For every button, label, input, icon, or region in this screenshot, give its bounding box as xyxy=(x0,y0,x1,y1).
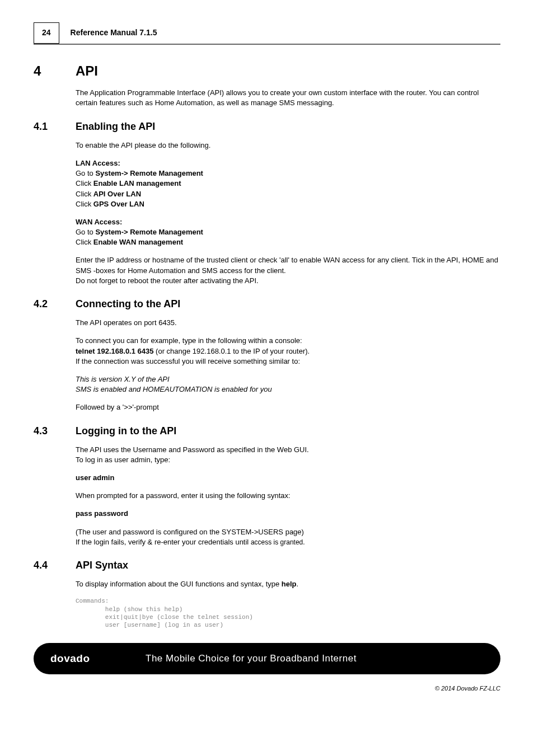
subsection-number: 4.2 xyxy=(34,297,76,311)
section-number: 4 xyxy=(34,62,76,81)
section-4-content: The Application Programmable Interface (… xyxy=(76,88,500,108)
wan-l2-bold: System-> Remote Management xyxy=(95,228,203,236)
svg-text:dovado: dovado xyxy=(50,652,90,664)
wan-l3-bold: Enable WAN management xyxy=(93,238,183,246)
p-enter-ip: Enter the IP address or hostname of the … xyxy=(76,255,500,275)
login-note-block: (The user and password is configured on … xyxy=(76,527,500,547)
section-title: API xyxy=(76,62,98,81)
p-reboot-reminder: Do not forget to reboot the router after… xyxy=(76,276,500,286)
lan-line-3: Click Enable LAN management xyxy=(76,179,500,189)
subsection-title: Enabling the API xyxy=(76,120,155,134)
lan-l2-pre: Go to xyxy=(76,169,95,177)
subsection-number: 4.4 xyxy=(34,558,76,572)
lan-l5-bold: GPS Over LAN xyxy=(93,200,144,208)
commands-code-block: Commands: help (show this help) exit|qui… xyxy=(76,597,500,629)
section-4-1-heading: 4.1 Enabling the API xyxy=(34,120,500,134)
lan-access-label: LAN Access: xyxy=(76,158,500,168)
p-login-fail: If the login fails, verify & re-enter yo… xyxy=(76,537,500,547)
section-4-3-content: The API uses the Username and Password a… xyxy=(76,445,500,547)
section-4-intro: The Application Programmable Interface (… xyxy=(76,88,500,108)
p-user-pass-note: (The user and password is configured on … xyxy=(76,527,500,537)
wan-l2-pre: Go to xyxy=(76,228,95,236)
connect-example-line2: telnet 192.168.0.1 6435 (or change 192.1… xyxy=(76,346,500,356)
subsection-number: 4.1 xyxy=(34,120,76,134)
p-followed-prompt: Followed by a '>>'-prompt xyxy=(76,402,500,412)
p-login-fail-pre: If the login fails, verify & re-enter yo… xyxy=(76,538,251,546)
subsection-number: 4.3 xyxy=(34,424,76,438)
page-header: 24 Reference Manual 7.1.5 xyxy=(34,22,500,45)
lan-l2-bold: System-> Remote Management xyxy=(95,169,203,177)
telnet-cmd: telnet 192.168.0.1 6435 xyxy=(76,347,154,355)
telnet-cmd-post: (or change 192.168.0.1 to the IP of your… xyxy=(154,347,310,355)
section-4-3-heading: 4.3 Logging in to the API xyxy=(34,424,500,438)
connect-example-line3: If the connection was successful you wil… xyxy=(76,356,500,367)
wan-line-2: Go to System-> Remote Management xyxy=(76,227,500,237)
wan-l3-pre: Click xyxy=(76,238,93,246)
api-response-block: This is version X.Y of the API SMS is en… xyxy=(76,374,500,395)
api-response-line2: SMS is enabled and HOMEAUTOMATION is ena… xyxy=(76,384,500,395)
page-number-box: 24 xyxy=(34,22,59,44)
lan-line-2: Go to System-> Remote Management xyxy=(76,168,500,179)
p-api-port: The API operates on port 6435. xyxy=(76,318,500,328)
dovado-logo: dovado xyxy=(50,651,134,665)
help-pre: To display information about the GUI fun… xyxy=(76,580,282,588)
p-password-prompt: When prompted for a password, enter it u… xyxy=(76,491,500,501)
lan-l3-bold: Enable LAN management xyxy=(93,179,181,187)
wan-access-block: WAN Access: Go to System-> Remote Manage… xyxy=(76,217,500,248)
lan-line-4: Click API Over LAN xyxy=(76,189,500,199)
page-number: 24 xyxy=(42,28,51,37)
help-bold: help xyxy=(282,580,297,588)
section-4-heading: 4 API xyxy=(34,62,500,81)
lan-line-5: Click GPS Over LAN xyxy=(76,199,500,209)
copyright: © 2014 Dovado FZ-LLC xyxy=(34,684,500,693)
section-4-4-heading: 4.4 API Syntax xyxy=(34,558,500,572)
login-intro-block: The API uses the Username and Password a… xyxy=(76,445,500,465)
lan-l4-bold: API Over LAN xyxy=(93,190,141,198)
lan-l4-pre: Click xyxy=(76,190,93,198)
p-api-login-intro: The API uses the Username and Password a… xyxy=(76,445,500,455)
p-login-fail-small: access is granted. xyxy=(251,538,305,546)
p-help-info: To display information about the GUI fun… xyxy=(76,579,500,589)
lan-l5-pre: Click xyxy=(76,200,93,208)
api-response-line1: This is version X.Y of the API xyxy=(76,374,500,384)
subsection-title: Connecting to the API xyxy=(76,297,180,311)
section-4-1-content: To enable the API please do the followin… xyxy=(76,140,500,286)
cmd-pass-password: pass password xyxy=(76,509,500,519)
section-4-2-content: The API operates on port 6435. To connec… xyxy=(76,318,500,412)
help-post: . xyxy=(297,580,299,588)
wan-line-3: Click Enable WAN management xyxy=(76,237,500,247)
cmd-user-admin: user admin xyxy=(76,473,500,483)
footer-slogan: The Mobile Choice for your Broadband Int… xyxy=(146,652,357,665)
p-enable-api: To enable the API please do the followin… xyxy=(76,140,500,151)
section-4-2-heading: 4.2 Connecting to the API xyxy=(34,297,500,311)
wan-access-label: WAN Access: xyxy=(76,217,500,227)
subsection-title: API Syntax xyxy=(76,558,128,572)
subsection-title: Logging in to the API xyxy=(76,424,176,438)
lan-access-block: LAN Access: Go to System-> Remote Manage… xyxy=(76,158,500,209)
header-title: Reference Manual 7.1.5 xyxy=(71,27,157,39)
p-login-admin: To log in as user admin, type: xyxy=(76,455,500,465)
lan-l3-pre: Click xyxy=(76,179,93,187)
connect-example-block: To connect you can for example, type in … xyxy=(76,336,500,367)
connect-example-line1: To connect you can for example, type in … xyxy=(76,336,500,346)
section-4-4-content: To display information about the GUI fun… xyxy=(76,579,500,589)
footer-bar: dovado The Mobile Choice for your Broadb… xyxy=(34,643,500,674)
